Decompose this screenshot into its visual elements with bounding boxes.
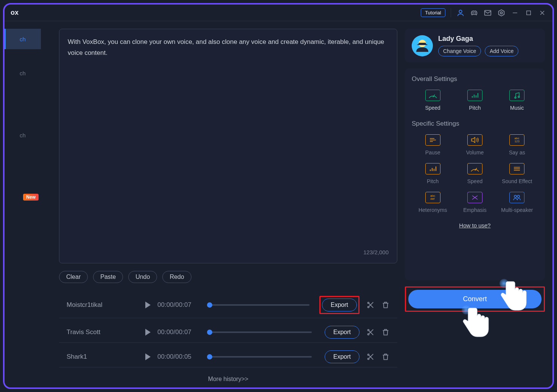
redo-button[interactable]: Redo [162, 271, 191, 283]
settings-panel: Overall Settings Speed Pitch Music [405, 68, 545, 280]
play-icon[interactable] [145, 353, 151, 360]
titlebar: ox Tutorial [5, 5, 552, 21]
progress-slider[interactable] [210, 356, 312, 358]
add-voice-button[interactable]: Add Voice [485, 46, 518, 56]
undo-button[interactable]: Undo [128, 271, 157, 283]
svg-point-42 [514, 195, 517, 198]
svg-point-0 [459, 10, 462, 12]
history-name: Moistcr1tikal [67, 301, 138, 309]
pitch-specific-icon [425, 163, 440, 174]
overall-settings-title: Overall Settings [412, 75, 538, 83]
setting-label: Say as [509, 149, 525, 156]
history-time: 00:00/00:07 [157, 328, 203, 336]
sidebar-item-2[interactable]: ch [5, 125, 41, 145]
more-history-link[interactable]: More history>> [59, 371, 397, 384]
play-icon[interactable] [145, 302, 151, 308]
sidebar-item-0[interactable]: ch [5, 29, 41, 49]
sayas-icon: abc123 [509, 134, 524, 146]
emphasis-setting[interactable]: Emphasis [454, 192, 496, 213]
new-badge: New [23, 194, 39, 201]
sound-effect-icon [509, 163, 524, 174]
cut-icon[interactable] [366, 301, 375, 309]
sidebar-item-label: ch [20, 70, 26, 76]
avatar [412, 35, 433, 56]
volume-setting[interactable]: Volume [454, 134, 496, 156]
setting-label: Pitch [469, 105, 481, 111]
speed-setting[interactable]: Speed [412, 90, 454, 111]
svg-point-9 [368, 306, 369, 308]
speed-specific-icon [467, 163, 482, 174]
paste-button[interactable]: Paste [93, 271, 123, 283]
history-list: Moistcr1tikal 00:00/00:07 Export [59, 292, 397, 384]
change-voice-button[interactable]: Change Voice [438, 46, 481, 56]
clear-button[interactable]: Clear [59, 271, 88, 283]
voice-card: Lady Gaga Change Voice Add Voice [405, 29, 545, 62]
editor-text: With VoxBox, you can clone your own voic… [68, 37, 389, 249]
separator [451, 8, 451, 17]
svg-point-2 [475, 12, 476, 13]
svg-point-18 [368, 354, 369, 356]
export-button[interactable]: Export [322, 299, 357, 311]
pitch-specific-setting[interactable]: Pitch [412, 163, 454, 184]
convert-button[interactable]: Convert [408, 290, 541, 308]
pitch-icon [467, 90, 482, 101]
sidebar-item-label: ch [20, 132, 26, 138]
progress-slider[interactable] [210, 331, 312, 333]
export-button[interactable]: Export [325, 350, 359, 363]
delete-icon[interactable] [381, 353, 390, 361]
specific-settings-title: Specific Settings [412, 120, 538, 128]
pause-setting[interactable]: Pause [412, 134, 454, 156]
speed-specific-setting[interactable]: Speed [454, 163, 496, 184]
text-editor[interactable]: With VoxBox, you can clone your own voic… [59, 29, 397, 263]
export-button[interactable]: Export [325, 326, 359, 339]
delete-icon[interactable] [381, 328, 390, 336]
setting-label: Speed [467, 178, 482, 184]
settings-icon[interactable] [497, 9, 506, 17]
svg-point-1 [473, 12, 473, 13]
svg-point-43 [517, 195, 520, 198]
delete-icon[interactable] [381, 301, 390, 309]
setting-label: Volume [466, 149, 484, 156]
pause-icon [425, 134, 440, 146]
close-icon[interactable] [538, 9, 546, 17]
setting-label: Sound Effect [502, 178, 532, 184]
tutorial-button[interactable]: Tutorial [421, 8, 445, 17]
mail-icon[interactable] [484, 9, 492, 17]
history-name: Travis Scott [67, 328, 138, 336]
svg-rect-23 [419, 43, 426, 45]
minimize-icon[interactable] [511, 9, 519, 17]
svg-rect-6 [527, 11, 531, 15]
how-to-use-link[interactable]: How to use? [412, 222, 538, 229]
export-highlight: Export [319, 296, 359, 314]
history-time: 00:00/00:07 [157, 301, 203, 309]
history-row: Travis Scott 00:00/00:07 Export [59, 322, 397, 343]
maximize-icon[interactable] [524, 9, 533, 17]
cut-icon[interactable] [366, 353, 375, 361]
heteronyms-icon: abcdef [425, 192, 440, 203]
play-icon[interactable] [145, 329, 151, 336]
sidebar-item-new[interactable]: New [5, 187, 41, 207]
multi-speaker-setting[interactable]: Multi-speaker [496, 192, 538, 213]
setting-label: Heteronyms [419, 207, 447, 213]
setting-label: Pitch [427, 178, 439, 184]
click-glow [499, 279, 509, 288]
sayas-setting[interactable]: abc123 Say as [496, 134, 538, 156]
svg-point-17 [368, 358, 369, 360]
sound-effect-setting[interactable]: Sound Effect [496, 163, 538, 184]
multi-speaker-icon [509, 192, 524, 203]
svg-point-14 [368, 330, 369, 331]
discord-icon[interactable] [470, 9, 478, 17]
progress-slider[interactable] [210, 304, 310, 306]
svg-point-13 [368, 334, 369, 335]
history-time: 00:00/00:05 [157, 353, 203, 361]
setting-label: Speed [425, 105, 440, 111]
sidebar-item-1[interactable]: ch [5, 63, 41, 83]
heteronyms-setting[interactable]: abcdef Heteronyms [412, 192, 454, 213]
music-icon [509, 90, 524, 101]
cut-icon[interactable] [366, 328, 375, 336]
user-icon[interactable] [456, 9, 465, 17]
pitch-setting[interactable]: Pitch [454, 90, 496, 111]
click-glow [462, 305, 471, 314]
emphasis-icon [467, 192, 482, 203]
music-setting[interactable]: Music [496, 90, 538, 111]
